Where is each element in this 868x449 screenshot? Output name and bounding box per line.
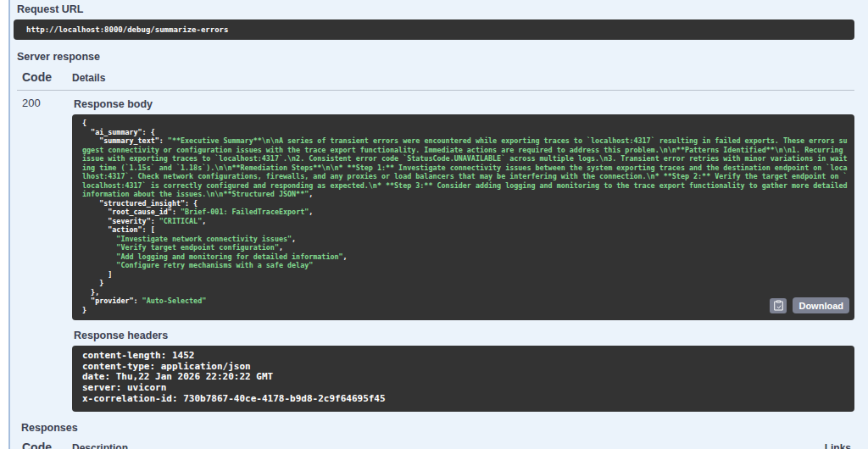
server-response-row: 200 Response body { "ai_summary": { "sum… xyxy=(17,91,854,412)
request-url-label: Request URL xyxy=(17,3,854,15)
responses-links-header: Links xyxy=(825,442,854,449)
response-body-label: Response body xyxy=(74,98,854,110)
swagger-operation-block: Request URL http://localhost:8000/debug/… xyxy=(0,0,868,449)
server-response-details-header: Details xyxy=(72,72,854,84)
response-headers-value: content-length: 1452 content-type: appli… xyxy=(72,346,854,412)
request-url-value: http://localhost:8000/debug/summarize-er… xyxy=(14,19,854,40)
response-body-controls: Download xyxy=(770,297,849,313)
response-headers-label: Response headers xyxy=(74,330,854,341)
responses-code-header: Code xyxy=(17,441,72,449)
server-response-label: Server response xyxy=(17,51,854,63)
responses-section-label: Responses xyxy=(21,422,854,434)
server-response-code-header: Code xyxy=(17,70,72,84)
server-response-table-header: Code Details xyxy=(17,70,854,91)
responses-table-header: Code Description Links xyxy=(17,441,854,449)
copy-to-clipboard-button[interactable] xyxy=(770,298,787,313)
responses-description-header: Description xyxy=(72,442,825,449)
opblock-inner: Request URL http://localhost:8000/debug/… xyxy=(10,0,868,449)
clipboard-icon xyxy=(774,300,783,311)
get-opblock-body: Request URL http://localhost:8000/debug/… xyxy=(8,0,868,449)
server-response-details: Response body { "ai_summary": { "summary… xyxy=(72,97,854,412)
server-response-status-code: 200 xyxy=(17,97,72,412)
download-button[interactable]: Download xyxy=(793,297,849,313)
response-body-code: { "ai_summary": { "summary_text": "**Exe… xyxy=(72,114,854,320)
